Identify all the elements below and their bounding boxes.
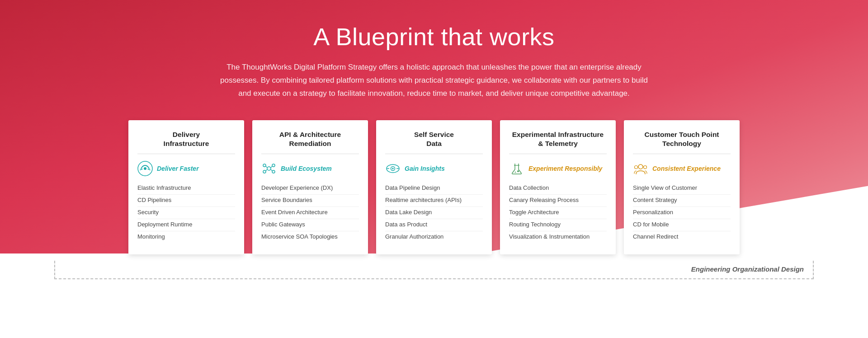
card-items: Data Collection Canary Releasing Process… [509,183,607,243]
card-title: API & ArchitectureRemediation [261,130,359,148]
consistent-experience-icon [633,161,648,176]
list-item: CD Pipelines [137,195,235,207]
list-item: Visualization & Instrumentation [509,231,607,243]
card-customer-touch-point: Customer Touch PointTechnology Consisten… [624,120,740,255]
list-item: Toggle Architecture [509,207,607,219]
list-item: Data Lake Design [385,207,483,219]
card-title: Experimental Infrastructure& Telemetry [509,130,607,148]
list-item: Granular Authorization [385,231,483,243]
engineering-org-label: Engineering Organizational Design [691,265,804,273]
page-title: A Blueprint that works [0,23,868,51]
list-item: Microservice SOA Topologies [261,231,359,243]
card-tagline: Gain Insights [405,165,445,172]
list-item: Content Strategy [633,195,731,207]
card-title: DeliveryInfrastructure [137,130,235,148]
card-tagline: Consistent Experience [652,165,721,172]
card-experimental-infrastructure: Experimental Infrastructure& Telemetry E… [500,120,616,255]
svg-point-6 [272,170,275,173]
list-item: Monitoring [137,231,235,243]
card-icon-row: Consistent Experience [633,161,731,176]
svg-point-19 [638,164,643,169]
svg-point-17 [517,170,519,172]
card-items: Data Pipeline Design Realtime architectu… [385,183,483,243]
svg-line-9 [266,169,267,171]
card-delivery-infrastructure: DeliveryInfrastructure Deliver Faster El… [128,120,244,255]
experiment-responsibly-icon [509,161,524,176]
svg-point-20 [635,165,638,169]
list-item: Developer Experience (DX) [261,183,359,195]
svg-point-18 [515,171,516,173]
list-item: Personalization [633,207,731,219]
list-item: Routing Technology [509,219,607,231]
card-items: Developer Experience (DX) Service Bounda… [261,183,359,243]
svg-point-5 [263,170,266,173]
card-icon-row: Experiment Responsibly [509,161,607,176]
svg-point-4 [272,164,275,167]
cards-container: DeliveryInfrastructure Deliver Faster El… [0,120,868,255]
card-items: Elastic Infrastructure CD Pipelines Secu… [137,183,235,243]
svg-point-21 [644,165,647,169]
card-divider [137,154,235,154]
list-item: Data Pipeline Design [385,183,483,195]
page-description: The ThoughtWorks Digital Platform Strate… [215,61,653,100]
dashed-border-bottom: Engineering Organizational Design [54,261,814,279]
svg-point-3 [263,164,266,167]
list-item: Single View of Customer [633,183,731,195]
card-tagline: Deliver Faster [157,165,199,172]
card-title: Self ServiceData [385,130,483,148]
card-icon-row: Deliver Faster [137,161,235,176]
card-divider [509,154,607,154]
list-item: Deployment Runtime [137,219,235,231]
svg-line-8 [271,166,272,168]
svg-point-13 [392,168,394,169]
card-divider [633,154,731,154]
card-divider [261,154,359,154]
gain-insights-icon [385,161,401,176]
svg-line-7 [266,166,267,168]
list-item: Data as Product [385,219,483,231]
list-item: Data Collection [509,183,607,195]
card-self-service-data: Self ServiceData Gain Insights Data Pipe… [376,120,492,255]
card-tagline: Experiment Responsibly [528,165,602,172]
card-icon-row: Gain Insights [385,161,483,176]
list-item: Event Driven Architecture [261,207,359,219]
deliver-faster-icon [137,161,153,176]
list-item: Public Gateways [261,219,359,231]
list-item: Elastic Infrastructure [137,183,235,195]
build-ecosystem-icon [261,161,277,176]
card-title: Customer Touch PointTechnology [633,130,731,148]
list-item: Service Boundaries [261,195,359,207]
card-tagline: Build Ecosystem [281,165,332,172]
svg-point-1 [144,167,146,170]
list-item: Realtime architectures (APIs) [385,195,483,207]
list-item: Canary Releasing Process [509,195,607,207]
card-divider [385,154,483,154]
hero-section: A Blueprint that works The ThoughtWorks … [0,0,868,100]
svg-line-10 [271,169,272,171]
bottom-area: Engineering Organizational Design [0,261,868,279]
card-items: Single View of Customer Content Strategy… [633,183,731,243]
page-wrapper: A Blueprint that works The ThoughtWorks … [0,0,868,338]
card-api-architecture: API & ArchitectureRemediation [252,120,368,255]
card-icon-row: Build Ecosystem [261,161,359,176]
list-item: CD for Mobile [633,219,731,231]
svg-point-2 [267,167,271,170]
list-item: Channel Redirect [633,231,731,243]
list-item: Security [137,207,235,219]
